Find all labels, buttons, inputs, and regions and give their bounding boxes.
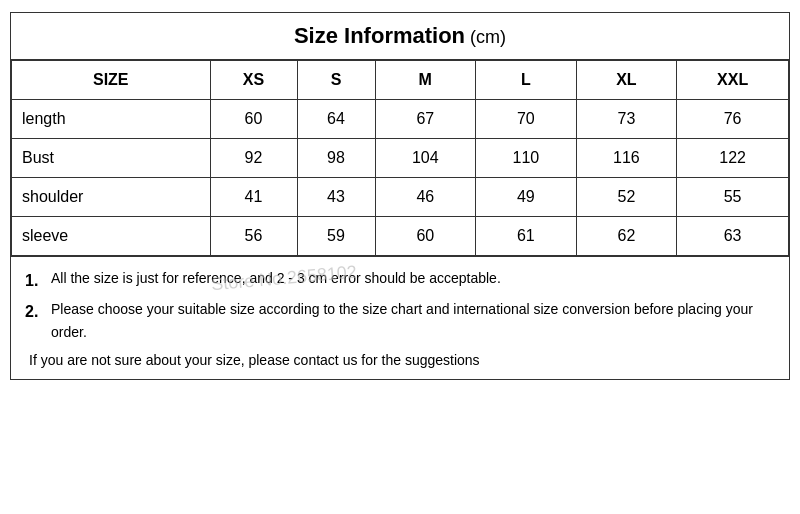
note-text: Please choose your suitable size accordi… [51,298,775,343]
cell-value: 92 [210,139,297,178]
size-chart-container: Size Information (cm) SIZE XS S M L XL X… [10,12,790,380]
extra-note: If you are not sure about your size, ple… [29,349,775,371]
title-row: Size Information (cm) [11,13,789,60]
cell-value: 46 [375,178,476,217]
cell-value: 62 [576,217,677,256]
table-row: sleeve565960616263 [12,217,789,256]
cell-value: 41 [210,178,297,217]
note-number: 1. [25,267,47,294]
cell-value: 76 [677,100,789,139]
notes-section: 1.All the size is just for reference, an… [11,256,789,379]
cell-value: 60 [375,217,476,256]
col-header-m: M [375,61,476,100]
table-row: Bust9298104110116122 [12,139,789,178]
cell-value: 64 [297,100,375,139]
note-item: 2.Please choose your suitable size accor… [25,298,775,343]
col-header-l: L [476,61,577,100]
main-title: Size Information [294,23,465,48]
cell-value: 98 [297,139,375,178]
cell-value: 116 [576,139,677,178]
cell-value: 60 [210,100,297,139]
cell-value: 59 [297,217,375,256]
cell-value: 67 [375,100,476,139]
table-row: shoulder414346495255 [12,178,789,217]
col-header-s: S [297,61,375,100]
cell-value: 110 [476,139,577,178]
col-header-xl: XL [576,61,677,100]
cell-value: 73 [576,100,677,139]
note-text: All the size is just for reference, and … [51,267,501,289]
cell-value: 56 [210,217,297,256]
table-header-row: SIZE XS S M L XL XXL [12,61,789,100]
cell-value: 63 [677,217,789,256]
cell-value: 122 [677,139,789,178]
row-label: Bust [12,139,211,178]
col-header-xxl: XXL [677,61,789,100]
size-table: SIZE XS S M L XL XXL length606467707376B… [11,60,789,256]
note-number: 2. [25,298,47,325]
row-label: shoulder [12,178,211,217]
cell-value: 70 [476,100,577,139]
cell-value: 61 [476,217,577,256]
cell-value: 49 [476,178,577,217]
cell-value: 55 [677,178,789,217]
cell-value: 104 [375,139,476,178]
unit-label: (cm) [465,27,506,47]
col-header-xs: XS [210,61,297,100]
note-item: 1.All the size is just for reference, an… [25,267,775,294]
row-label: length [12,100,211,139]
table-row: length606467707376 [12,100,789,139]
col-header-size: SIZE [12,61,211,100]
row-label: sleeve [12,217,211,256]
cell-value: 43 [297,178,375,217]
cell-value: 52 [576,178,677,217]
